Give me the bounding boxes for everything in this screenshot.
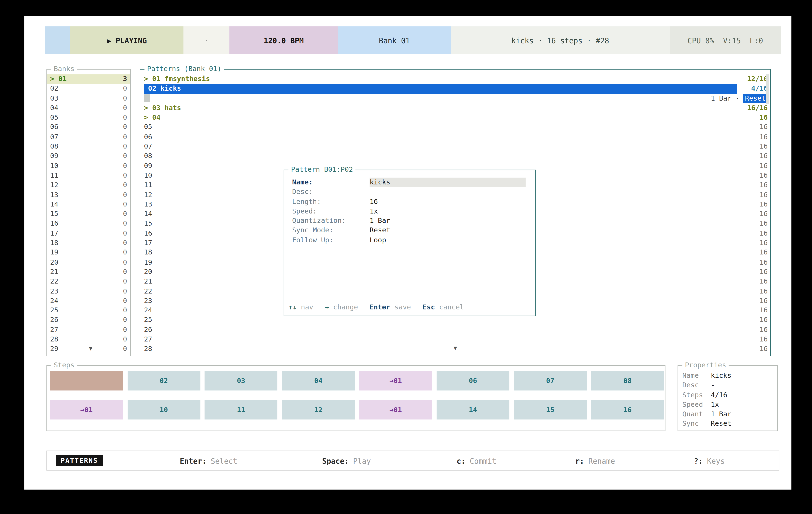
- step-cell[interactable]: 10: [127, 400, 200, 420]
- modal-field[interactable]: Sync Mode:Reset: [284, 226, 535, 235]
- bank-row[interactable]: 130: [47, 190, 130, 200]
- bank-pattern-count: 0: [123, 267, 127, 277]
- bank-row[interactable]: 230: [47, 286, 130, 296]
- step-cell[interactable]: 11: [205, 400, 278, 420]
- bank-pattern-count: 0: [123, 103, 127, 113]
- step-cell[interactable]: 02: [127, 371, 200, 391]
- step-cell[interactable]: 16: [591, 400, 664, 420]
- bank-pattern-count: 0: [123, 200, 127, 209]
- modal-field[interactable]: Speed:1x: [284, 207, 535, 216]
- bank-row[interactable]: 050: [47, 113, 130, 122]
- pattern-label: 11: [144, 180, 152, 190]
- bank-row[interactable]: 170: [47, 229, 130, 238]
- bank-row[interactable]: 160: [47, 219, 130, 229]
- bank-row[interactable]: 080: [47, 142, 130, 151]
- modal-field-label: Quantization:: [292, 216, 370, 226]
- bank-row[interactable]: 120: [47, 180, 130, 190]
- pattern-step-count: 16: [741, 122, 767, 132]
- step-cell[interactable]: 03: [205, 371, 278, 391]
- bank-row[interactable]: 210: [47, 267, 130, 277]
- step-cell[interactable]: 15: [514, 400, 587, 420]
- pattern-step-count: 16: [741, 161, 767, 171]
- bank-pattern-count: 0: [123, 209, 127, 219]
- pattern-row[interactable]: 0516: [140, 122, 771, 132]
- pattern-row[interactable]: 2516: [140, 315, 771, 325]
- pattern-row[interactable]: 0616: [140, 132, 771, 142]
- bank-row[interactable]: 060: [47, 122, 130, 132]
- bank-row[interactable]: 190: [47, 248, 130, 258]
- property-row: Namekicks: [682, 371, 777, 381]
- pattern-row-selected[interactable]: 02 kicks4/16: [140, 84, 771, 94]
- bank-number: 16: [50, 219, 58, 229]
- bank-row[interactable]: 280: [47, 335, 130, 344]
- bank-row[interactable]: 150: [47, 209, 130, 219]
- bank-row[interactable]: 220: [47, 277, 130, 286]
- pattern-row[interactable]: > 0416: [140, 113, 771, 122]
- hint-key: Space:: [322, 457, 349, 465]
- step-cell[interactable]: →01: [50, 400, 123, 420]
- step-cell[interactable]: 08: [591, 371, 664, 391]
- bank-row[interactable]: 030: [47, 94, 130, 103]
- bank-row[interactable]: 250: [47, 306, 130, 315]
- bank-row[interactable]: 180: [47, 238, 130, 248]
- pattern-row[interactable]: > 01 fmsynthesis12/16: [140, 74, 771, 84]
- modal-field[interactable]: Length:16: [284, 197, 535, 207]
- modal-field[interactable]: Follow Up:Loop: [284, 235, 535, 245]
- bank-row[interactable]: 040: [47, 103, 130, 113]
- topbar-separator: ·: [183, 26, 229, 54]
- bank-number: 26: [50, 315, 58, 325]
- bank-row[interactable]: 070: [47, 132, 130, 142]
- step-cell[interactable]: 04: [282, 371, 355, 391]
- modal-field[interactable]: Desc:: [284, 187, 535, 197]
- pattern-label: 14: [144, 209, 152, 219]
- bank-row[interactable]: 020: [47, 84, 130, 94]
- bank-row[interactable]: > 013: [47, 74, 130, 84]
- modal-field[interactable]: Quantization:1 Bar: [284, 216, 535, 226]
- step-cell[interactable]: 14: [437, 400, 510, 420]
- bank-row[interactable]: 240: [47, 296, 130, 306]
- pattern-step-count: 16: [741, 229, 767, 238]
- pattern-step-count: 16: [741, 113, 767, 122]
- pattern-label: 05: [144, 122, 152, 132]
- bank-row[interactable]: 270: [47, 325, 130, 334]
- pattern-quant-text: 1 Bar ·: [711, 94, 740, 103]
- pattern-row[interactable]: 2616: [140, 325, 771, 334]
- pattern-row[interactable]: 2716: [140, 335, 771, 344]
- patterns-scrollbar-thumb[interactable]: [766, 74, 769, 104]
- pattern-row[interactable]: > 03 hats16/16: [140, 103, 771, 113]
- bank-row[interactable]: 110: [47, 171, 130, 180]
- hint-key: r:: [575, 457, 584, 465]
- step-cell[interactable]: →01: [359, 400, 432, 420]
- bank-number: 04: [50, 103, 58, 113]
- hint-desc: save: [395, 303, 411, 311]
- pattern-label: 09: [144, 161, 152, 171]
- stage: ▶ PLAYING · 120.0 BPM Bank 01 kicks · 16…: [0, 0, 812, 514]
- bank-row[interactable]: 260: [47, 315, 130, 325]
- step-cell[interactable]: 06: [437, 371, 510, 391]
- modal-field[interactable]: Name:kicks: [284, 178, 535, 187]
- bank-pattern-count: 0: [123, 94, 127, 103]
- pattern-step-count: 16: [741, 200, 767, 209]
- property-row: Speed1x: [682, 400, 777, 410]
- bank-number: 13: [50, 190, 58, 200]
- hint-desc: Rename: [588, 457, 615, 465]
- bank-row[interactable]: 090: [47, 152, 130, 161]
- bank-row[interactable]: 200: [47, 258, 130, 267]
- pattern-row[interactable]: 0716: [140, 142, 771, 151]
- steps-panel: Steps 020304→01060708→01101112→01141516: [47, 365, 666, 431]
- step-cell[interactable]: 07: [514, 371, 587, 391]
- property-label: Name: [682, 371, 711, 381]
- step-cell[interactable]: →01: [359, 371, 432, 391]
- cursor-block: [144, 94, 150, 102]
- bank-row[interactable]: 29▼0: [47, 344, 130, 354]
- hint-key: Enter: [370, 303, 390, 311]
- bank-pattern-count: 0: [123, 84, 127, 94]
- step-cell[interactable]: 12: [282, 400, 355, 420]
- bank-row[interactable]: 140: [47, 200, 130, 209]
- statusbar-hint: r:Rename: [575, 451, 615, 471]
- pattern-row[interactable]: 0916: [140, 161, 771, 171]
- pattern-row[interactable]: 0816: [140, 152, 771, 161]
- bank-pattern-count: 0: [123, 258, 127, 267]
- step-cell[interactable]: [50, 371, 123, 391]
- bank-row[interactable]: 100: [47, 161, 130, 171]
